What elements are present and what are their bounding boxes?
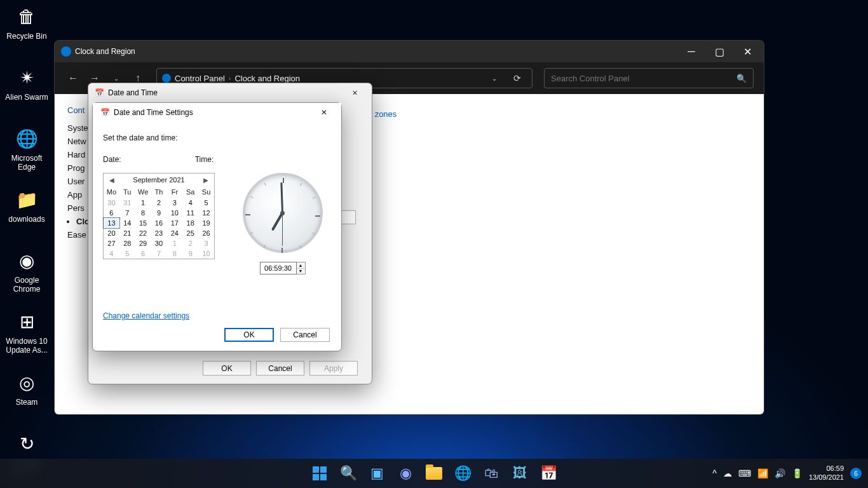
calendar-day[interactable]: 3	[198, 238, 214, 248]
dt-apply-button[interactable]: Apply	[309, 361, 358, 376]
onedrive-icon[interactable]: ☁	[723, 468, 732, 478]
calendar-day[interactable]: 30	[151, 238, 167, 248]
calendar-day[interactable]: 7	[151, 248, 167, 259]
widgets-button[interactable]: ◉	[393, 461, 418, 486]
tray-overflow-icon[interactable]: ^	[712, 468, 717, 478]
dt-close-button[interactable]: ✕	[341, 85, 368, 101]
dt-ok-button[interactable]: OK	[203, 361, 251, 376]
wifi-icon[interactable]: 📶	[757, 468, 768, 478]
calendar-day[interactable]: 8	[135, 208, 151, 218]
calendar-day[interactable]: 26	[198, 228, 214, 238]
maximize-button[interactable]: ▢	[705, 42, 733, 61]
calendar-day[interactable]: 7	[119, 208, 135, 218]
explorer-button[interactable]	[421, 461, 447, 486]
dt-titlebar[interactable]: 📅 Date and Time ✕	[88, 83, 372, 102]
calendar-day[interactable]: 21	[119, 228, 135, 238]
calendar-day[interactable]: 10	[166, 208, 182, 218]
calendar-day[interactable]: 30	[104, 198, 119, 208]
titlebar[interactable]: Clock and Region ─ ▢ ✕	[55, 41, 764, 62]
time-input[interactable]: ▲ ▼	[260, 262, 306, 274]
app-button-2[interactable]: 📅	[536, 461, 561, 486]
breadcrumb-dropdown-icon[interactable]: ⌄	[485, 69, 504, 88]
volume-icon[interactable]: 🔊	[775, 468, 785, 478]
calendar-day[interactable]: 2	[151, 198, 167, 208]
calendar-day[interactable]: 13	[104, 218, 119, 228]
calendar-day[interactable]: 16	[151, 218, 167, 228]
calendar-day[interactable]: 11	[182, 208, 198, 218]
time-field[interactable]	[260, 262, 297, 274]
back-button[interactable]: ←	[65, 70, 81, 86]
breadcrumb-root[interactable]: Control Panel	[175, 74, 225, 83]
calendar-day[interactable]: 1	[135, 198, 151, 208]
desktop-icon[interactable]: 🌐 Microsoft Edge	[2, 125, 51, 172]
calendar-day[interactable]: 22	[135, 228, 151, 238]
minimize-button[interactable]: ─	[677, 42, 705, 61]
notification-badge[interactable]: 6	[850, 468, 862, 479]
calendar-day[interactable]: 17	[166, 218, 182, 228]
dts-ok-button[interactable]: OK	[224, 328, 274, 342]
calendar-day[interactable]: 24	[166, 228, 182, 238]
calendar-day[interactable]: 9	[151, 208, 167, 218]
search-icon[interactable]: 🔍	[736, 74, 747, 83]
month-label[interactable]: September 2021	[133, 176, 184, 184]
desktop-icon[interactable]: ◉ Google Chrome	[2, 247, 51, 294]
calendar-day[interactable]: 29	[135, 238, 151, 248]
calendar-day[interactable]: 6	[135, 248, 151, 259]
app-icon: 🗑	[13, 3, 40, 30]
calendar-day[interactable]: 4	[104, 248, 119, 259]
desktop-icon[interactable]: ✴ Alien Swarm	[2, 64, 51, 102]
change-calendar-settings-link[interactable]: Change calendar settings	[103, 311, 189, 320]
time-spin-down[interactable]: ▼	[297, 269, 305, 274]
desktop-icon[interactable]: 📁 downloads	[2, 186, 51, 224]
search-button[interactable]: 🔍	[336, 461, 361, 486]
taskbar-clock[interactable]: 06:59 13/09/2021	[809, 464, 844, 482]
desktop-icon[interactable]: 🗑 Recycle Bin	[2, 3, 51, 41]
desktop-icon[interactable]: ⊞ Windows 10 Update As...	[2, 308, 51, 355]
app-button-1[interactable]: 🖼	[507, 461, 532, 486]
edge-button[interactable]: 🌐	[450, 461, 475, 486]
calendar-day[interactable]: 1	[166, 238, 182, 248]
calendar-day[interactable]: 10	[198, 248, 214, 259]
calendar-day[interactable]: 12	[198, 208, 214, 218]
start-button[interactable]	[307, 461, 332, 486]
calendar-day[interactable]: 14	[119, 218, 135, 228]
dts-close-button[interactable]: ✕	[311, 104, 337, 121]
dts-titlebar[interactable]: 📅 Date and Time Settings ✕	[93, 103, 341, 122]
calendar-day[interactable]: 3	[166, 198, 182, 208]
calendar-day[interactable]: 9	[182, 248, 198, 259]
breadcrumb-current[interactable]: Clock and Region	[234, 74, 300, 83]
calendar-day[interactable]: 19	[198, 218, 214, 228]
calendar-day[interactable]: 28	[119, 238, 135, 248]
store-button[interactable]: 🛍	[478, 461, 504, 486]
dts-cancel-button[interactable]: Cancel	[280, 328, 330, 342]
next-month-button[interactable]: ▶	[201, 177, 210, 184]
time-spin-up[interactable]: ▲	[297, 262, 305, 269]
desktop-icon[interactable]: ◎ Steam	[2, 369, 51, 407]
calendar-day[interactable]: 25	[182, 228, 198, 238]
calendar-day[interactable]: 31	[119, 198, 135, 208]
window-title: Clock and Region	[75, 47, 135, 56]
close-button[interactable]: ✕	[733, 42, 761, 61]
calendar-day[interactable]: 15	[135, 218, 151, 228]
calendar-day[interactable]: 18	[182, 218, 198, 228]
calendar-day[interactable]: 27	[104, 238, 119, 248]
keyboard-icon[interactable]: ⌨	[738, 468, 751, 478]
breadcrumb-icon	[162, 74, 171, 83]
calendar-day[interactable]: 2	[182, 238, 198, 248]
calendar-day[interactable]: 5	[119, 248, 135, 259]
task-view-button[interactable]: ▣	[364, 461, 390, 486]
calendar-dow: Th	[151, 186, 167, 198]
calendar-day[interactable]: 8	[166, 248, 182, 259]
calendar-day[interactable]: 23	[151, 228, 167, 238]
icon-label: downloads	[2, 215, 51, 224]
calendar-day[interactable]: 6	[104, 208, 119, 218]
calendar-day[interactable]: 20	[104, 228, 119, 238]
refresh-icon[interactable]: ⟳	[508, 69, 527, 88]
calendar-day[interactable]: 4	[182, 198, 198, 208]
battery-icon[interactable]: 🔋	[792, 468, 803, 478]
prev-month-button[interactable]: ◀	[107, 177, 116, 184]
search-field[interactable]	[551, 74, 736, 83]
search-input[interactable]: 🔍	[544, 68, 754, 88]
calendar-day[interactable]: 5	[198, 198, 214, 208]
dt-cancel-button[interactable]: Cancel	[256, 361, 304, 376]
